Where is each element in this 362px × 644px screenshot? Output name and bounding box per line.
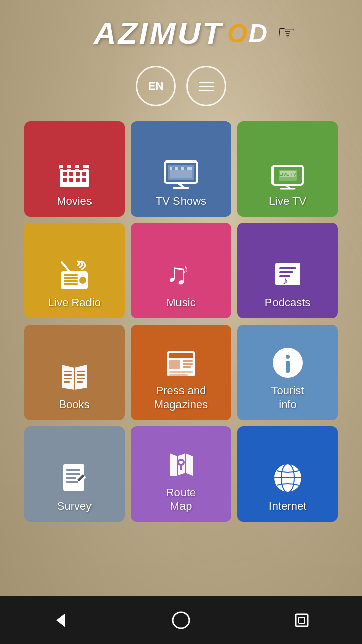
svg-rect-30 [178,167,181,170]
svg-point-92 [173,612,189,628]
svg-rect-42 [64,277,78,279]
radio-icon [57,260,92,291]
grid-item-podcasts[interactable]: ♪ Podcasts [237,223,338,318]
home-button[interactable] [163,603,199,638]
tvshows-label: TV Shows [156,195,206,208]
logo-text: AZIMUT [94,15,223,51]
back-button[interactable] [43,603,78,638]
clapperboard-icon [57,159,92,190]
svg-rect-21 [63,178,67,182]
svg-rect-24 [82,178,86,182]
movies-label: Movies [57,195,92,208]
svg-rect-43 [64,280,78,282]
svg-rect-70 [169,374,188,376]
podcasts-label: Podcasts [265,296,311,309]
svg-rect-18 [69,172,73,176]
livetv-icon: LIVE TV [269,159,306,190]
svg-text:LIVE TV: LIVE TV [279,172,296,177]
svg-rect-60 [77,374,85,376]
grid-item-liveradio[interactable]: Live Radio [24,223,125,318]
grid-item-livetv[interactable]: LIVE TV Live TV [237,121,338,217]
books-label: Books [59,398,89,411]
svg-rect-73 [286,361,290,373]
svg-rect-51 [279,271,293,273]
svg-rect-77 [66,477,76,479]
svg-rect-17 [63,172,67,176]
recents-button[interactable] [284,603,319,638]
svg-rect-50 [279,267,296,269]
routemap-label: Route Map [166,486,196,513]
svg-rect-29 [172,167,175,170]
svg-point-72 [286,355,290,359]
bottom-nav [0,596,362,644]
tvmonitor-icon [163,159,199,190]
svg-rect-59 [77,371,85,372]
language-button[interactable]: EN [136,66,176,106]
svg-rect-19 [76,172,80,176]
livetv-label: Live TV [269,195,306,208]
globe-icon [272,462,304,495]
svg-rect-66 [183,360,193,362]
grid-item-survey[interactable]: Survey [24,426,125,522]
grid-item-press[interactable]: Press and Magazines [131,325,231,420]
tourist-label: Tourist info [272,384,304,411]
menu-icon-line2 [199,86,214,87]
svg-point-85 [179,461,183,464]
controls-row: EN [136,66,226,106]
menu-icon-line3 [199,90,214,91]
svg-rect-58 [64,381,70,383]
cursor-icon: ☞ [277,21,296,45]
header: AZIMUT OD ☞ [0,0,362,56]
svg-rect-55 [64,371,72,372]
svg-text:♪: ♪ [181,260,189,277]
map-icon [165,448,198,481]
press-label: Press and Magazines [154,384,208,411]
svg-rect-78 [66,481,78,483]
grid-item-routemap[interactable]: Route Map [131,426,231,522]
svg-rect-41 [64,274,78,276]
svg-rect-67 [183,363,193,365]
music-icon: ♫ ♪ [163,259,199,291]
svg-rect-69 [169,371,193,373]
menu-button[interactable] [186,66,226,106]
survey-label: Survey [57,500,92,513]
svg-rect-61 [77,378,85,379]
logo-od: OD [227,18,268,48]
svg-rect-56 [64,374,72,376]
app-grid: Movies TV Shows [14,121,348,522]
svg-marker-91 [56,613,65,627]
svg-rect-44 [64,283,78,285]
info-icon [272,347,304,379]
grid-item-tvshows[interactable]: TV Shows [131,121,231,217]
svg-rect-20 [82,172,86,176]
svg-rect-75 [66,469,80,471]
svg-text:♪: ♪ [283,274,288,287]
language-label: EN [148,79,164,93]
newspaper-icon [163,348,199,379]
svg-rect-22 [69,178,73,182]
grid-item-movies[interactable]: Movies [24,121,125,217]
svg-rect-68 [183,366,191,368]
svg-rect-64 [169,353,193,358]
internet-label: Internet [269,500,307,513]
svg-point-45 [79,276,87,284]
svg-line-46 [62,262,69,271]
svg-rect-57 [64,378,72,379]
grid-item-tourist[interactable]: Tourist info [237,325,338,420]
svg-rect-65 [169,360,180,369]
liveradio-label: Live Radio [48,296,101,309]
grid-item-internet[interactable]: Internet [237,426,338,522]
svg-rect-62 [77,381,83,383]
survey-icon [58,462,91,495]
book-icon [57,362,92,393]
svg-rect-31 [184,167,187,170]
menu-icon-line1 [199,82,214,83]
podcasts-icon: ♪ [270,260,305,291]
svg-rect-94 [299,617,305,623]
grid-item-music[interactable]: ♫ ♪ Music [131,223,231,318]
music-label: Music [166,296,195,309]
grid-item-books[interactable]: Books [24,325,125,420]
svg-rect-76 [66,473,80,475]
svg-rect-93 [296,614,308,626]
svg-rect-23 [76,178,80,182]
